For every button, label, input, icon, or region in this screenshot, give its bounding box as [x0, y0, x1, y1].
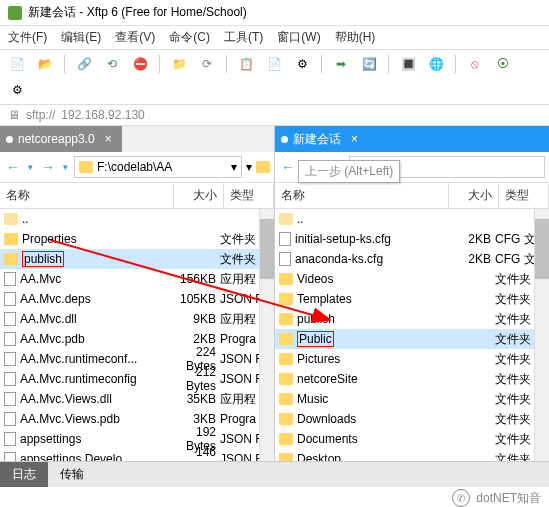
list-item[interactable]: Downloads文件夹 [275, 409, 549, 429]
menu-view[interactable]: 查看(V) [115, 29, 155, 46]
separator [321, 55, 322, 73]
list-item[interactable]: publish文件夹 [0, 249, 274, 269]
settings-icon[interactable]: ⚙ [6, 80, 28, 100]
file-name: Pictures [297, 352, 340, 366]
list-item[interactable]: AA.Mvc.runtimeconfig212 BytesJSON F [0, 369, 274, 389]
tab-local[interactable]: netcoreapp3.0 × [0, 126, 122, 152]
scrollbar[interactable] [534, 209, 549, 486]
disconnect-icon[interactable]: ⛔ [129, 54, 151, 74]
address-input[interactable] [61, 108, 541, 122]
list-item[interactable]: Pictures文件夹 [275, 349, 549, 369]
header-name[interactable]: 名称 [275, 183, 449, 208]
list-item[interactable]: AA.Mvc.pdb2KBProgra [0, 329, 274, 349]
header-size[interactable]: 大小 [174, 183, 224, 208]
folder-icon [279, 293, 293, 305]
scrollbar[interactable] [259, 209, 274, 486]
menu-tools[interactable]: 工具(T) [224, 29, 263, 46]
separator [159, 55, 160, 73]
chevron-down-icon[interactable]: ▾ [231, 160, 237, 174]
folder-icon [79, 161, 93, 173]
list-item[interactable]: anaconda-ks.cfg2KBCFG 文 [275, 249, 549, 269]
remote-filelist[interactable]: ..initial-setup-ks.cfg2KBCFG 文anaconda-k… [275, 209, 549, 486]
menu-edit[interactable]: 编辑(E) [61, 29, 101, 46]
view-icon[interactable]: 🔳 [397, 54, 419, 74]
path-text: F:\codelab\AA [97, 160, 172, 174]
header-size[interactable]: 大小 [449, 183, 499, 208]
list-item[interactable]: AA.Mvc.dll9KB应用程 [0, 309, 274, 329]
sync-icon[interactable]: 🔄 [358, 54, 380, 74]
forward-menu-icon[interactable]: ▾ [61, 162, 70, 172]
forward-icon[interactable]: → [39, 159, 57, 175]
transfer-icon[interactable]: ➡ [330, 54, 352, 74]
local-filelist[interactable]: ..Properties文件夹publish文件夹AA.Mvc156KB应用程A… [0, 209, 274, 486]
list-item[interactable]: initial-setup-ks.cfg2KBCFG 文 [275, 229, 549, 249]
file-size: 2KB [445, 252, 495, 266]
local-path[interactable]: F:\codelab\AA ▾ [74, 156, 242, 178]
list-item[interactable]: Documents文件夹 [275, 429, 549, 449]
list-item[interactable]: Templates文件夹 [275, 289, 549, 309]
file-name: AA.Mvc.runtimeconf... [20, 352, 137, 366]
bottom-tabs: 日志 传输 [0, 461, 549, 487]
file-icon [4, 392, 16, 406]
connect-icon[interactable]: 🔗 [73, 54, 95, 74]
separator [388, 55, 389, 73]
folder-icon [4, 233, 18, 245]
props-icon[interactable]: ⚙ [291, 54, 313, 74]
new-folder-icon[interactable]: 📁 [168, 54, 190, 74]
tab-remote[interactable]: 新建会话 × [275, 126, 368, 152]
stop-icon[interactable]: ⦸ [464, 54, 486, 74]
back-icon[interactable]: ← [279, 159, 297, 175]
file-name: Videos [297, 272, 333, 286]
scroll-thumb[interactable] [535, 219, 549, 279]
list-item[interactable]: appsettings192 BytesJSON F [0, 429, 274, 449]
file-size: 2KB [445, 232, 495, 246]
file-name: AA.Mvc.Views.pdb [20, 412, 120, 426]
file-icon [4, 312, 16, 326]
back-icon[interactable]: ← [4, 159, 22, 175]
globe-icon[interactable]: 🌐 [425, 54, 447, 74]
list-item[interactable]: Public文件夹 [275, 329, 549, 349]
list-item[interactable]: .. [0, 209, 274, 229]
menu-help[interactable]: 帮助(H) [335, 29, 376, 46]
header-name[interactable]: 名称 [0, 183, 174, 208]
close-icon[interactable]: × [351, 132, 358, 146]
copy-icon[interactable]: 📋 [235, 54, 257, 74]
refresh-icon[interactable]: ⟳ [196, 54, 218, 74]
list-item[interactable]: Properties文件夹 [0, 229, 274, 249]
folder-icon [279, 313, 293, 325]
paste-icon[interactable]: 📄 [263, 54, 285, 74]
header-type[interactable]: 类型 [499, 183, 549, 208]
header-type[interactable]: 类型 [224, 183, 274, 208]
menu-window[interactable]: 窗口(W) [277, 29, 320, 46]
menu-file[interactable]: 文件(F) [8, 29, 47, 46]
close-icon[interactable]: × [105, 132, 112, 146]
menu-command[interactable]: 命令(C) [169, 29, 210, 46]
new-icon[interactable]: 📄 [6, 54, 28, 74]
history-icon[interactable]: ▾ [246, 160, 252, 174]
list-item[interactable]: publish文件夹 [275, 309, 549, 329]
open-icon[interactable]: 📂 [34, 54, 56, 74]
browse-icon[interactable] [256, 161, 270, 173]
list-item[interactable]: netcoreSite文件夹 [275, 369, 549, 389]
list-item[interactable]: AA.Mvc.deps105KBJSON F [0, 289, 274, 309]
go-icon[interactable]: ⦿ [492, 54, 514, 74]
scroll-thumb[interactable] [260, 219, 274, 279]
watermark: ✆ dotNET知音 [452, 489, 541, 507]
file-size: 3KB [170, 412, 220, 426]
tab-transfer[interactable]: 传输 [48, 462, 96, 487]
tab-log[interactable]: 日志 [0, 462, 48, 487]
reconnect-icon[interactable]: ⟲ [101, 54, 123, 74]
folder-icon [279, 413, 293, 425]
list-item[interactable]: AA.Mvc.Views.dll35KB应用程 [0, 389, 274, 409]
list-item[interactable]: .. [275, 209, 549, 229]
local-nav: ←▾ →▾ F:\codelab\AA ▾ ▾ [0, 152, 274, 183]
tab-label: 新建会话 [293, 131, 341, 148]
list-item[interactable]: Music文件夹 [275, 389, 549, 409]
file-size: 35KB [170, 392, 220, 406]
list-item[interactable]: Videos文件夹 [275, 269, 549, 289]
file-name: Public [297, 331, 334, 347]
list-item[interactable]: AA.Mvc.Views.pdb3KBProgra [0, 409, 274, 429]
back-menu-icon[interactable]: ▾ [26, 162, 35, 172]
list-item[interactable]: AA.Mvc.runtimeconf...224 BytesJSON F [0, 349, 274, 369]
list-item[interactable]: AA.Mvc156KB应用程 [0, 269, 274, 289]
